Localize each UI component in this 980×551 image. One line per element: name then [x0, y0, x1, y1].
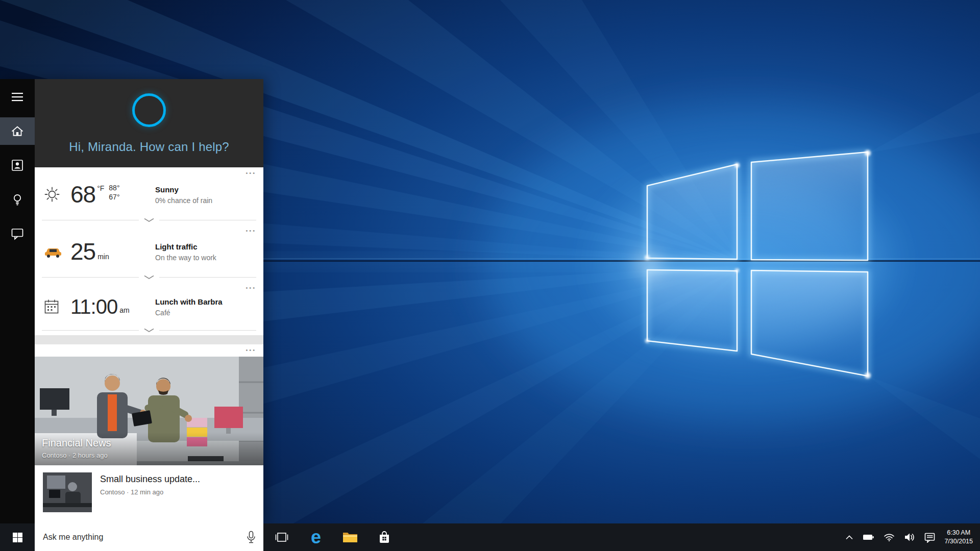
traffic-title: Light traffic: [155, 242, 255, 251]
weather-temp: 68: [70, 183, 95, 206]
cortana-panel: Hi, Miranda. How can I help? •••: [0, 79, 263, 523]
hamburger-icon: [11, 90, 24, 104]
speaker-icon: [904, 533, 915, 542]
cortana-main: Hi, Miranda. How can I help? •••: [35, 79, 263, 523]
action-center-icon: [924, 532, 935, 543]
notebook-icon: [11, 159, 24, 172]
chevron-down-icon: [143, 275, 155, 280]
sidebar-item-home[interactable]: [0, 117, 35, 145]
store-button[interactable]: [370, 523, 399, 551]
card-divider: [35, 335, 263, 344]
news-source: Contoso · 2 hours ago: [42, 452, 256, 459]
sidebar-item-ideas[interactable]: [0, 186, 35, 213]
weather-low: 67°: [109, 192, 119, 202]
calendar-card[interactable]: ••• 11:00: [35, 282, 263, 335]
panel-filler: [35, 512, 263, 523]
volume-button[interactable]: [904, 533, 915, 542]
microphone-button[interactable]: [239, 523, 263, 551]
sidebar-item-feedback[interactable]: [0, 220, 35, 247]
traffic-card[interactable]: ••• 25 min Lig: [35, 225, 263, 282]
weather-card[interactable]: ••• 68 °F: [35, 167, 263, 225]
sidebar-item-notebook[interactable]: [0, 152, 35, 179]
news-article-item[interactable]: Small business update... Contoso · 12 mi…: [35, 465, 263, 512]
task-view-icon: [274, 532, 289, 543]
network-button[interactable]: [884, 533, 895, 542]
article-source: Contoso · 12 min ago: [100, 488, 200, 496]
clock-date: 7/30/2015: [944, 537, 973, 546]
battery-button[interactable]: [863, 533, 874, 542]
search-input[interactable]: [35, 533, 239, 542]
microphone-icon: [246, 531, 256, 544]
news-menu-row: •••: [35, 344, 263, 357]
system-tray: 6:30 AM 7/30/2015: [845, 523, 980, 551]
battery-icon: [863, 533, 874, 542]
cortana-search-box: [35, 523, 263, 551]
article-thumbnail: [43, 472, 92, 512]
weather-detail: 0% chance of rain: [155, 196, 255, 205]
weather-expand-button[interactable]: [35, 215, 263, 225]
taskbar: e: [0, 523, 980, 551]
calendar-icon: [44, 299, 59, 314]
news-photo[interactable]: Financial News Contoso · 2 hours ago: [35, 357, 263, 465]
edge-icon: e: [311, 528, 321, 546]
news-headline-overlay: Financial News Contoso · 2 hours ago: [35, 432, 263, 465]
tray-overflow-button[interactable]: [845, 535, 853, 540]
cortana-sidebar: [0, 79, 35, 523]
traffic-minutes: 25: [70, 240, 95, 263]
taskbar-clock[interactable]: 6:30 AM 7/30/2015: [944, 529, 973, 546]
file-explorer-button[interactable]: [336, 523, 364, 551]
action-center-button[interactable]: [924, 532, 935, 543]
folder-icon: [342, 531, 358, 543]
car-icon: [44, 245, 62, 258]
calendar-event-title: Lunch with Barbra: [155, 297, 255, 306]
news-headline: Financial News: [42, 437, 256, 449]
wifi-icon: [884, 533, 895, 542]
weather-condition: Sunny: [155, 185, 255, 194]
windows-flag-icon: [13, 533, 22, 542]
weather-card-menu[interactable]: •••: [246, 170, 256, 176]
calendar-time: 11:00: [70, 296, 117, 317]
traffic-detail: On the way to work: [155, 254, 255, 262]
home-icon: [11, 124, 24, 138]
cortana-greeting: Hi, Miranda. How can I help?: [35, 140, 263, 154]
chevron-down-icon: [143, 218, 155, 222]
calendar-event-location: Café: [155, 309, 255, 317]
calendar-card-menu[interactable]: •••: [246, 285, 256, 291]
weather-high: 88°: [109, 183, 119, 192]
calendar-unit: am: [119, 306, 129, 314]
chevron-up-icon: [845, 535, 853, 540]
task-view-button[interactable]: [267, 523, 296, 551]
store-bag-icon: [378, 531, 391, 544]
traffic-expand-button[interactable]: [35, 272, 263, 282]
weather-unit: °F: [97, 184, 104, 202]
cortana-ring-icon: [132, 93, 166, 127]
news-card-menu[interactable]: •••: [246, 347, 256, 353]
feedback-icon: [11, 227, 24, 240]
lightbulb-icon: [11, 193, 24, 206]
traffic-card-menu[interactable]: •••: [246, 228, 256, 234]
article-title: Small business update...: [100, 474, 200, 485]
start-button[interactable]: [0, 523, 35, 551]
clock-time: 6:30 AM: [944, 529, 973, 537]
sun-icon: [44, 186, 60, 203]
taskbar-apps: e: [267, 523, 399, 551]
desktop: Hi, Miranda. How can I help? •••: [0, 0, 980, 551]
calendar-expand-button[interactable]: [35, 325, 263, 335]
menu-button[interactable]: [0, 83, 35, 111]
news-card[interactable]: •••: [35, 344, 263, 523]
chevron-down-icon: [143, 328, 155, 333]
cortana-header: Hi, Miranda. How can I help?: [35, 79, 263, 167]
edge-browser-button[interactable]: e: [302, 523, 330, 551]
traffic-unit: min: [97, 253, 109, 261]
